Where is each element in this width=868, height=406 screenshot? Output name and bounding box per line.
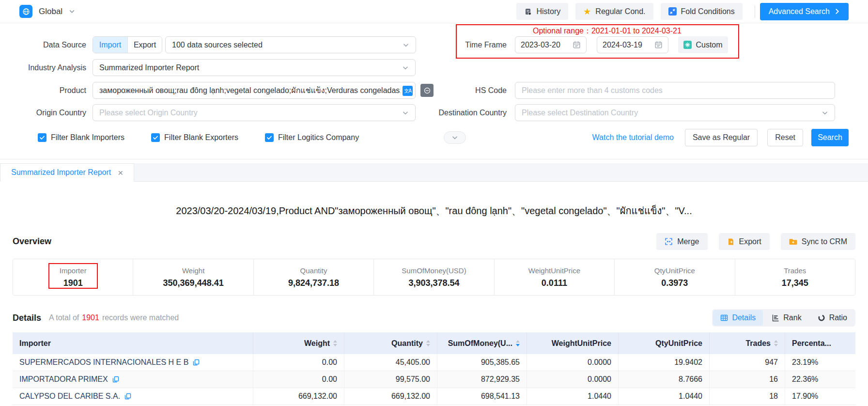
details-summary: A total of1901records were matched xyxy=(49,313,179,322)
product-label: Product xyxy=(15,86,86,95)
destination-country-select[interactable]: Please select Destination Country xyxy=(515,104,835,121)
importer-cell: SUPERMERCADOS INTERNACIONALES H E B xyxy=(13,354,253,371)
checkbox-checked-icon xyxy=(265,133,274,142)
col-weight[interactable]: Weight xyxy=(253,332,344,354)
custom-range-button[interactable]: Custom xyxy=(678,36,728,53)
optional-range-hint: Optional range：2021-01-01 to 2024-03-21 xyxy=(533,26,682,36)
col-qty-unit-price[interactable]: QtyUnitPrice xyxy=(619,332,710,354)
tab-summarized-importer-report[interactable]: Summarized Importer Report × xyxy=(0,163,134,182)
fold-conditions-button[interactable]: Fold Conditions xyxy=(661,3,743,20)
hs-code-input-wrap xyxy=(515,82,835,99)
hs-code-group: HS Code xyxy=(475,82,835,99)
regular-cond-button[interactable]: ★ Regular Cond. xyxy=(575,3,653,20)
sort-carets-icon[interactable] xyxy=(426,340,430,346)
col-sum-of-money[interactable]: SumOfMoney(U... xyxy=(437,332,527,354)
chevron-down-icon xyxy=(403,42,409,48)
stat-weight-unit-price: WeightUnitPrice 0.0111 xyxy=(494,259,614,295)
table-row[interactable]: SUPERMERCADOS INTERNACIONALES H E B 0.00… xyxy=(13,354,855,371)
industry-analysis-label: Industry Analysis xyxy=(15,63,86,72)
view-switcher: Details Rank Ratio xyxy=(712,309,855,327)
export-toggle[interactable]: Export xyxy=(127,37,162,53)
view-details-button[interactable]: Details xyxy=(713,310,763,326)
record-count: 1901 xyxy=(82,313,99,322)
reset-button[interactable]: Reset xyxy=(767,129,803,146)
history-icon xyxy=(524,8,532,16)
result-title: 2023/03/20-2024/03/19,Product AND"заморо… xyxy=(0,203,868,219)
col-weight-unit-price[interactable]: WeightUnitPrice xyxy=(527,332,619,354)
filter-blank-exporters-checkbox[interactable]: Filter Blank Exporters xyxy=(151,133,238,142)
table-body: SUPERMERCADOS INTERNACIONALES H E B 0.00… xyxy=(13,354,855,405)
rank-bars-icon xyxy=(772,314,779,322)
time-frame-label: Time Frame xyxy=(465,41,507,49)
search-button[interactable]: Search xyxy=(811,129,849,146)
donut-chart-icon xyxy=(818,314,825,322)
stat-weight: Weight 350,369,448.41 xyxy=(133,259,253,295)
custom-icon xyxy=(683,41,692,49)
view-ratio-button[interactable]: Ratio xyxy=(810,310,854,326)
importer-cell: CALYPSO DEL CARIBE S.A. xyxy=(13,388,253,405)
stat-sum-of-money: SumOfMoney(USD) 3,903,378.54 xyxy=(373,259,494,295)
sort-carets-icon[interactable] xyxy=(333,340,337,346)
sort-carets-icon[interactable] xyxy=(774,340,778,346)
col-quantity[interactable]: Quantity xyxy=(344,332,437,354)
stat-quantity: Quantity 9,824,737.18 xyxy=(253,259,373,295)
sort-carets-icon[interactable] xyxy=(516,340,520,346)
col-trades[interactable]: Trades xyxy=(710,332,785,354)
star-icon: ★ xyxy=(583,7,591,16)
importer-link[interactable]: CALYPSO DEL CARIBE S.A. xyxy=(19,392,131,401)
filter-logitics-company-checkbox[interactable]: Filter Logitics Company xyxy=(265,133,359,142)
import-toggle[interactable]: Import xyxy=(93,37,127,53)
collapse-form-button[interactable] xyxy=(444,131,466,144)
merge-icon xyxy=(665,237,673,246)
origin-country-select[interactable]: Please select Origin Country xyxy=(93,104,416,121)
close-icon[interactable]: × xyxy=(118,168,123,177)
table-row[interactable]: IMPORTADORA PRIMEX 0.00 99,575.00 872,92… xyxy=(13,371,855,388)
copy-icon[interactable] xyxy=(124,393,131,400)
tutorial-demo-link[interactable]: Watch the tutorial demo xyxy=(592,133,674,142)
form-row-countries: Origin Country Please select Origin Coun… xyxy=(0,104,868,121)
advanced-search-button[interactable]: Advanced Search xyxy=(760,3,849,20)
overview-stats-card: Importer 1901 Weight 350,369,448.41 Quan… xyxy=(13,259,855,296)
stat-qty-unit-price: QtyUnitPrice 0.3973 xyxy=(614,259,734,295)
sync-to-crm-button[interactable]: Sync to CRM xyxy=(781,233,855,250)
hs-code-input[interactable] xyxy=(522,86,828,95)
table-row[interactable]: CALYPSO DEL CARIBE S.A. 669,132.00 669,1… xyxy=(13,388,855,405)
table-grid-icon xyxy=(720,314,728,322)
data-source-toggle: Import Export xyxy=(93,36,162,53)
copy-icon[interactable] xyxy=(112,376,119,383)
product-input[interactable] xyxy=(99,86,401,95)
region-selector[interactable]: Global xyxy=(19,5,75,18)
start-date-input[interactable]: 2023-03-20 xyxy=(515,36,587,53)
destination-country-label: Destination Country xyxy=(438,109,507,117)
overview-heading: Overview xyxy=(13,236,51,247)
data-sources-select[interactable]: 100 data sources selected xyxy=(165,36,416,53)
translate-icon[interactable]: 文A xyxy=(403,86,413,96)
time-frame-group: Time Frame 2023-03-20 2024-03-19 Custom xyxy=(465,36,835,53)
destination-country-group: Destination Country Please select Destin… xyxy=(438,104,835,121)
save-as-regular-button[interactable]: Save as Regular xyxy=(685,129,758,146)
importer-link[interactable]: SUPERMERCADOS INTERNACIONALES H E B xyxy=(19,358,200,367)
topbar-actions: History ★ Regular Cond. Fold Conditions … xyxy=(509,3,849,20)
importer-link[interactable]: IMPORTADORA PRIMEX xyxy=(19,375,119,384)
col-percentage[interactable]: Percenta... xyxy=(785,332,855,354)
view-rank-button[interactable]: Rank xyxy=(764,310,808,326)
copy-icon[interactable] xyxy=(193,359,200,366)
overview-bar: Overview Merge Export Sync to CRM xyxy=(13,233,855,250)
chevron-down-icon xyxy=(69,8,75,15)
stat-importer: Importer 1901 xyxy=(13,259,133,295)
exclude-keywords-icon[interactable] xyxy=(420,84,434,97)
col-importer[interactable]: Importer xyxy=(13,332,253,354)
folder-sync-icon xyxy=(789,237,797,246)
export-button[interactable]: Export xyxy=(719,233,770,250)
chevron-right-icon xyxy=(835,8,840,15)
industry-analysis-select[interactable]: Summarized Importer Report xyxy=(93,59,416,76)
merge-button[interactable]: Merge xyxy=(656,233,707,250)
globe-logo-icon xyxy=(19,5,32,18)
history-button[interactable]: History xyxy=(516,3,568,20)
chevron-down-icon xyxy=(822,109,828,116)
topbar: Global History ★ Regular Cond. Fold Cond… xyxy=(0,0,868,23)
search-panel: Optional range：2021-01-01 to 2024-03-21 … xyxy=(0,23,868,159)
details-bar: Details A total of1901records were match… xyxy=(13,309,855,327)
filter-blank-importers-checkbox[interactable]: Filter Blank Importers xyxy=(38,133,124,142)
end-date-input[interactable]: 2024-03-19 xyxy=(597,36,668,53)
